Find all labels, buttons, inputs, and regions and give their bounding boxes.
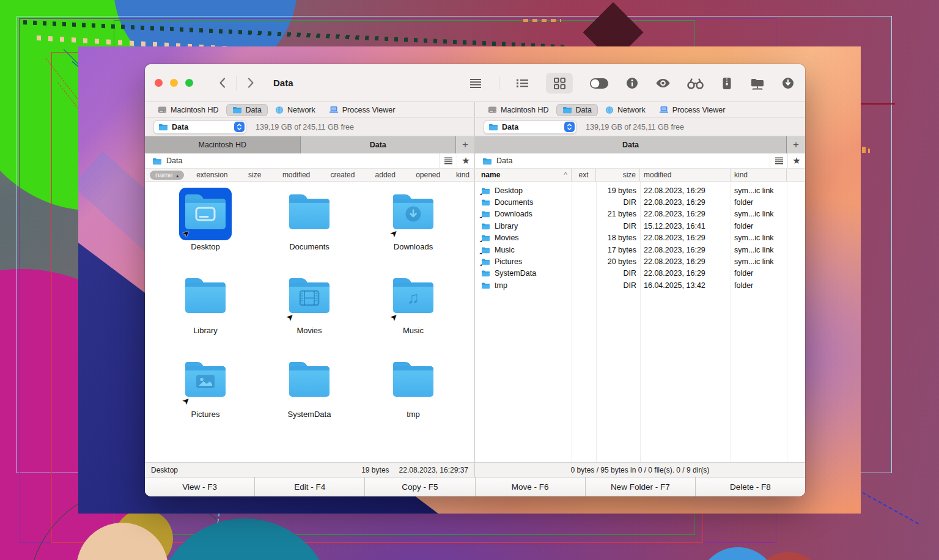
favorite-star-icon[interactable] xyxy=(787,153,805,168)
column-header-added[interactable]: added xyxy=(366,169,405,181)
table-row[interactable]: SystemData DIR 22.08.2023, 16:29 folder xyxy=(475,268,805,279)
volume-select[interactable]: Data xyxy=(153,120,246,134)
folder-symlink-icon xyxy=(481,246,490,254)
tab-data[interactable]: Data xyxy=(475,136,787,153)
item-label: Library xyxy=(193,326,218,335)
preview-eye-icon[interactable] xyxy=(655,72,671,94)
volume-name: Data xyxy=(502,123,564,131)
folder-icon xyxy=(488,123,498,131)
column-header-ext[interactable]: ext xyxy=(572,169,596,181)
move-button[interactable]: Move - F6 xyxy=(476,477,586,496)
item-label: Downloads xyxy=(394,242,433,251)
list-item-music[interactable]: Music xyxy=(361,271,465,355)
volume-select[interactable]: Data xyxy=(484,120,576,134)
orange-mark xyxy=(862,147,866,153)
file-modified: 22.08.2023, 16:29 xyxy=(640,246,731,254)
new-folder-button[interactable]: New Folder - F7 xyxy=(586,477,696,496)
breadcrumb[interactable]: Data xyxy=(166,157,439,165)
network-share-icon[interactable] xyxy=(750,72,765,94)
favorite-star-icon[interactable] xyxy=(457,153,474,168)
info-icon[interactable] xyxy=(625,72,639,94)
list-view-icon[interactable] xyxy=(516,72,529,94)
column-header-created[interactable]: created xyxy=(319,169,366,181)
stepper-icon xyxy=(234,122,245,132)
column-header-modified[interactable]: modified xyxy=(273,169,320,181)
copy-button[interactable]: Copy - F5 xyxy=(365,477,475,496)
favorite-label: Network xyxy=(617,106,646,114)
new-tab-button[interactable] xyxy=(787,136,805,153)
column-header-name[interactable]: name xyxy=(145,169,188,181)
column-header-opened[interactable]: opened xyxy=(405,169,451,181)
favorite-process-viewer[interactable]: Process Viewer xyxy=(654,105,731,116)
back-button[interactable] xyxy=(212,74,232,92)
column-header-kind[interactable]: kind xyxy=(451,169,474,181)
list-item-movies[interactable]: Movies xyxy=(257,271,361,355)
list-item-documents[interactable]: Documents xyxy=(257,188,361,271)
table-row[interactable]: Downloads 21 bytes 22.08.2023, 16:29 sym… xyxy=(475,208,805,220)
breadcrumb[interactable]: Data xyxy=(496,157,770,165)
search-binoculars-icon[interactable] xyxy=(687,72,704,94)
list-item-systemdata[interactable]: SystemData xyxy=(257,355,361,439)
column-header-name[interactable]: name xyxy=(475,169,572,181)
favorite-macintosh-hd[interactable]: Macintosh HD xyxy=(482,105,554,116)
list-item-downloads[interactable]: Downloads xyxy=(361,188,465,271)
table-row[interactable]: Documents DIR 22.08.2023, 16:29 folder xyxy=(475,196,805,208)
close-button[interactable] xyxy=(155,79,163,87)
favorite-label: Data xyxy=(246,106,262,114)
favorite-network[interactable]: Network xyxy=(270,105,321,116)
star-icon xyxy=(792,155,800,166)
sort-caret-icon xyxy=(564,171,567,179)
column-header-size[interactable]: size xyxy=(596,169,640,181)
tab-data[interactable]: Data xyxy=(301,136,457,153)
favorite-macintosh-hd[interactable]: Macintosh HD xyxy=(152,105,224,116)
folder-symlink-icon xyxy=(481,258,490,265)
plus-icon xyxy=(793,139,799,151)
table-row[interactable]: Library DIR 15.12.2023, 16:41 folder xyxy=(475,220,805,232)
view-button[interactable]: View - F3 xyxy=(145,477,255,496)
toggle-icon[interactable] xyxy=(589,72,609,94)
table-row[interactable]: Movies 18 bytes 22.08.2023, 16:29 sym...… xyxy=(475,232,805,244)
plus-icon xyxy=(462,139,468,151)
new-tab-button[interactable] xyxy=(456,136,474,153)
volume-bar: Data 139,19 GB of 245,11 GB free Data 13… xyxy=(145,118,805,136)
folder-icon xyxy=(481,282,490,289)
favorite-process-viewer[interactable]: Process Viewer xyxy=(323,105,401,116)
delete-button[interactable]: Delete - F8 xyxy=(696,477,805,496)
column-header-kind[interactable]: kind xyxy=(731,169,787,181)
favorite-network[interactable]: Network xyxy=(600,105,651,116)
view-options-icon[interactable] xyxy=(770,153,787,168)
menu-icon[interactable] xyxy=(469,72,482,94)
table-row[interactable]: tmp DIR 16.04.2025, 13:42 folder xyxy=(475,279,805,291)
grid-view-icon[interactable] xyxy=(546,73,573,94)
forward-button[interactable] xyxy=(240,74,261,92)
table-row[interactable]: Music 17 bytes 22.08.2023, 16:29 sym...i… xyxy=(475,244,805,256)
file-modified: 22.08.2023, 16:29 xyxy=(640,269,731,278)
window-title: Data xyxy=(273,78,293,88)
zoom-button[interactable] xyxy=(185,79,193,87)
globe-icon xyxy=(275,106,284,114)
list-item-pictures[interactable]: Pictures xyxy=(153,355,257,439)
dashed-line-blue xyxy=(857,489,919,525)
list-item-desktop[interactable]: Desktop xyxy=(153,188,257,271)
favorite-label: Process Viewer xyxy=(342,106,396,114)
folder-icon xyxy=(289,282,330,313)
table-row[interactable]: Pictures 20 bytes 22.08.2023, 16:29 sym.… xyxy=(475,256,805,267)
archive-icon[interactable] xyxy=(720,72,734,94)
favorite-data[interactable]: Data xyxy=(557,105,597,116)
favorite-data[interactable]: Data xyxy=(227,105,267,116)
column-header-size[interactable]: size xyxy=(237,169,273,181)
edit-button[interactable]: Edit - F4 xyxy=(255,477,365,496)
favorites-bar: Macintosh HD Data Network Process Viewer… xyxy=(145,102,805,118)
download-icon[interactable] xyxy=(781,72,795,94)
minimize-button[interactable] xyxy=(170,79,178,87)
column-label: name xyxy=(155,171,173,179)
list-item-library[interactable]: Library xyxy=(153,271,257,355)
column-header-modified[interactable]: modified xyxy=(640,169,731,181)
column-header-extension[interactable]: extension xyxy=(188,169,237,181)
folder-icon xyxy=(481,270,490,277)
folder-icon xyxy=(185,199,226,229)
view-options-icon[interactable] xyxy=(439,153,457,168)
list-item-tmp[interactable]: tmp xyxy=(361,355,465,439)
tab-macintosh-hd[interactable]: Macintosh HD xyxy=(145,136,301,153)
table-row[interactable]: Desktop 19 bytes 22.08.2023, 16:29 sym..… xyxy=(475,185,805,196)
